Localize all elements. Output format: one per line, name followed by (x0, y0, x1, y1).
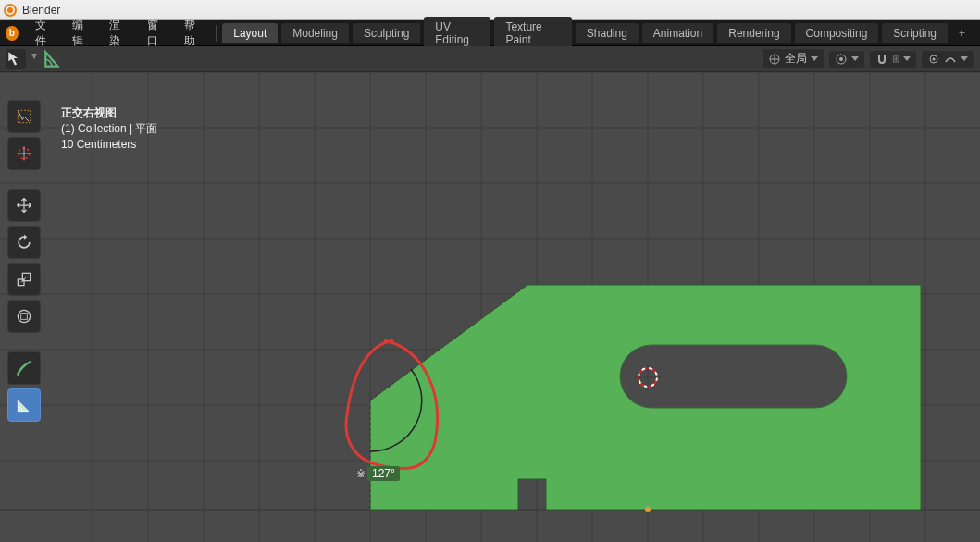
pivot-dropdown[interactable] (828, 50, 865, 68)
transform-tool[interactable] (7, 300, 41, 333)
tab-scripting[interactable]: Scripting (882, 23, 948, 43)
tab-rendering[interactable]: Rendering (717, 23, 790, 43)
measure-tool[interactable] (7, 388, 41, 422)
tab-compositing[interactable]: Compositing (795, 23, 879, 43)
scale-tool[interactable] (7, 263, 41, 296)
select-box-tool[interactable] (7, 100, 41, 133)
caret-down-icon (903, 56, 911, 61)
angle-readout: 127° (367, 466, 400, 481)
tab-shading[interactable]: Shading (576, 23, 639, 43)
top-menu-bar: b 文件 编辑 渲染 窗口 帮助 Layout Modeling Sculpti… (0, 20, 980, 46)
move-tool[interactable] (7, 189, 41, 222)
tab-animation[interactable]: Animation (642, 23, 713, 43)
viewport-header: ▾ 全局 ⊞ (0, 46, 980, 72)
toolbar-left (7, 100, 41, 422)
dropdown-caret-icon[interactable]: ▾ (31, 49, 37, 69)
tab-add[interactable]: + (949, 23, 974, 43)
svg-rect-43 (21, 314, 28, 320)
view-name: 正交右视图 (61, 105, 157, 121)
menu-divider (216, 25, 217, 42)
svg-point-4 (933, 57, 936, 60)
tab-modeling[interactable]: Modeling (281, 23, 349, 43)
caret-down-icon (811, 56, 818, 61)
svg-rect-30 (620, 345, 847, 408)
blender-icon[interactable]: b (6, 26, 19, 41)
proportional-edit-toggle[interactable] (921, 50, 974, 68)
mesh-object (370, 285, 921, 510)
tab-layout[interactable]: Layout (222, 23, 278, 43)
tab-uv[interactable]: UV Editing (424, 17, 490, 50)
grid-scale: 10 Centimeters (61, 137, 157, 153)
snap-toggle[interactable]: ⊞ (869, 50, 917, 68)
origin-marker (645, 507, 651, 512)
caret-down-icon (851, 56, 859, 61)
collection-path: (1) Collection | 平面 (61, 121, 157, 137)
blender-logo-icon (4, 4, 17, 17)
viewport-info: 正交右视图 (1) Collection | 平面 10 Centimeters (61, 105, 157, 152)
angle-tool-icon[interactable] (43, 49, 63, 69)
cursor-tool-icon[interactable] (6, 49, 26, 69)
tab-texture[interactable]: Texture Paint (494, 17, 571, 50)
tab-sculpting[interactable]: Sculpting (353, 23, 420, 43)
orientation-label: 全局 (785, 51, 807, 67)
cursor-tool[interactable] (7, 137, 41, 170)
snap-mode-icon: ⊞ (892, 54, 899, 64)
caret-down-icon (961, 56, 968, 61)
rotate-tool[interactable] (7, 226, 41, 259)
svg-point-42 (18, 310, 30, 322)
annotate-tool[interactable] (7, 351, 41, 385)
svg-point-1 (839, 57, 843, 61)
transform-orientation-dropdown[interactable]: 全局 (762, 48, 825, 69)
